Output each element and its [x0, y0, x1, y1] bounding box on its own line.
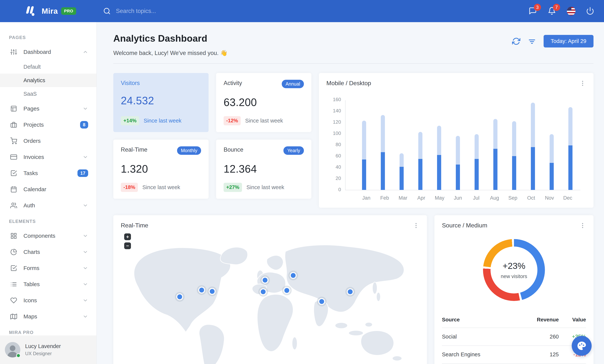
- mobile-desktop-card: Mobile / Desktop 160140120100806040200 J…: [319, 73, 593, 208]
- sidebar-item-label: Tasks: [24, 170, 77, 176]
- layout-icon: [10, 105, 17, 112]
- sidebar-item-charts[interactable]: Charts: [0, 244, 96, 260]
- cart-icon: [10, 138, 17, 144]
- date-range-button[interactable]: Today: April 29: [544, 35, 593, 48]
- theme-settings-button[interactable]: [572, 336, 591, 356]
- pie-chart-icon: [10, 249, 17, 255]
- stat-title: Visitors: [121, 80, 140, 87]
- stat-delta-badge: +14%: [121, 116, 139, 125]
- realtime-map-card: Real-Time + −: [113, 215, 427, 364]
- bar-jan: [362, 121, 366, 190]
- map-marker-moscow[interactable]: [288, 271, 298, 280]
- bar-mobile-segment: [381, 152, 385, 190]
- sidebar-item-auth[interactable]: Auth: [0, 197, 96, 213]
- chev-up-icon: [83, 49, 88, 55]
- y-axis-tick: 60: [327, 153, 341, 159]
- power-icon: [586, 7, 595, 15]
- bar-mobile-segment: [456, 164, 460, 190]
- sidebar-nav: PagesDashboardDefaultAnalyticsSaaSPagesP…: [0, 22, 96, 336]
- sidebar-item-icons[interactable]: Icons: [0, 292, 96, 308]
- stat-period-badge[interactable]: Monthly: [177, 146, 201, 155]
- stat-period-badge[interactable]: Annual: [282, 80, 304, 88]
- language-flag-us[interactable]: [567, 7, 576, 15]
- sidebar-item-label: Forms: [24, 265, 83, 271]
- mira-logo-icon: [26, 6, 35, 16]
- map-marker-beijing[interactable]: [345, 287, 355, 297]
- chev-down-icon: [83, 249, 88, 255]
- sidebar-item-label: Dashboard: [24, 49, 83, 55]
- y-axis-tick: 100: [327, 130, 341, 136]
- bar-mobile-segment: [437, 155, 441, 190]
- sidebar-user[interactable]: Lucy Lavender UX Designer: [0, 336, 96, 364]
- sidebar-item-invoices[interactable]: Invoices: [0, 149, 96, 165]
- filter-icon[interactable]: [528, 37, 536, 45]
- bar-total-segment: [456, 136, 460, 190]
- sidebar-item-pages[interactable]: Pages: [0, 100, 96, 117]
- map-marker-new-york[interactable]: [207, 287, 217, 296]
- map-marker-madrid[interactable]: [258, 287, 268, 297]
- sidebar-subitem-default[interactable]: Default: [0, 60, 96, 74]
- stat-value: 63.200: [224, 96, 304, 108]
- check-square-icon: [10, 170, 17, 176]
- sidebar-count-badge: 17: [77, 169, 88, 177]
- stat-note: Since last week: [246, 184, 284, 190]
- x-axis-label: Mar: [396, 195, 409, 201]
- sidebar-section-label: Pages: [0, 30, 96, 44]
- stat-period-badge[interactable]: Yearly: [283, 146, 304, 155]
- table-row: Search Engines125-12%: [442, 346, 586, 364]
- sidebar-item-tasks[interactable]: Tasks17: [0, 165, 96, 181]
- sidebar-item-components[interactable]: Components: [0, 228, 96, 244]
- map-marker-ankara[interactable]: [282, 286, 292, 295]
- bar-total-segment: [531, 103, 535, 190]
- bar-total-segment: [493, 119, 497, 190]
- sidebar-item-projects[interactable]: Projects8: [0, 117, 96, 133]
- source-table-header: Source: [442, 313, 516, 328]
- map-marker-london[interactable]: [260, 275, 270, 285]
- sidebar-item-orders[interactable]: Orders: [0, 133, 96, 149]
- map-zoom-in-button[interactable]: +: [124, 233, 131, 240]
- stat-title: Real-Time: [121, 146, 147, 153]
- avatar: [5, 342, 20, 357]
- stat-title: Bounce: [224, 146, 243, 153]
- more-options-icon[interactable]: [579, 80, 586, 87]
- world-map-svg: [121, 231, 419, 364]
- sidebar-item-dashboard[interactable]: Dashboard: [0, 44, 96, 60]
- sidebar-item-label: Invoices: [24, 154, 83, 160]
- sidebar-item-maps[interactable]: Maps: [0, 308, 96, 325]
- map-marker-san-francisco[interactable]: [175, 292, 185, 302]
- sidebar-subitem-saas[interactable]: SaaS: [0, 87, 96, 100]
- stat-note: Since last week: [142, 184, 180, 190]
- calendar-icon: [10, 186, 17, 193]
- pro-badge: PRO: [61, 7, 76, 15]
- more-options-icon[interactable]: [413, 222, 419, 229]
- chev-down-icon: [83, 281, 88, 287]
- sidebar-item-tables[interactable]: Tables: [0, 276, 96, 292]
- brand[interactable]: Mira PRO: [0, 6, 97, 16]
- x-axis-label: Jul: [470, 195, 483, 201]
- bar-nov: [550, 134, 554, 190]
- refresh-icon[interactable]: [512, 37, 520, 45]
- map-zoom-out-button[interactable]: −: [124, 242, 131, 249]
- bar-total-segment: [550, 134, 554, 190]
- users-icon: [10, 202, 17, 209]
- sidebar-item-calendar[interactable]: Calendar: [0, 181, 96, 197]
- sign-out-button[interactable]: [586, 7, 595, 15]
- chev-down-icon: [83, 265, 88, 271]
- world-map[interactable]: + −: [121, 231, 419, 364]
- stat-card-bounce: BounceYearly12.364+27%Since last week: [216, 140, 311, 199]
- donut-center-label: new visitors: [501, 274, 527, 279]
- brand-name: Mira: [42, 7, 58, 16]
- x-axis-label: Dec: [561, 195, 574, 201]
- bar-mobile-segment: [550, 163, 554, 190]
- y-axis-tick: 140: [327, 108, 341, 114]
- sidebar-subitem-analytics[interactable]: Analytics: [0, 74, 96, 87]
- search-input[interactable]: [116, 8, 232, 14]
- bar-mobile-segment: [400, 167, 404, 190]
- messages-button[interactable]: 3: [528, 7, 537, 15]
- stat-card-visitors: Visitors24.532+14%Since last week: [113, 73, 209, 132]
- more-options-icon[interactable]: [579, 222, 586, 229]
- sidebar-item-forms[interactable]: Forms: [0, 260, 96, 276]
- source-medium-card: Source / Medium +23% new visitors Source…: [434, 215, 593, 364]
- notifications-button[interactable]: 7: [548, 7, 556, 15]
- user-name: Lucy Lavender: [25, 343, 61, 349]
